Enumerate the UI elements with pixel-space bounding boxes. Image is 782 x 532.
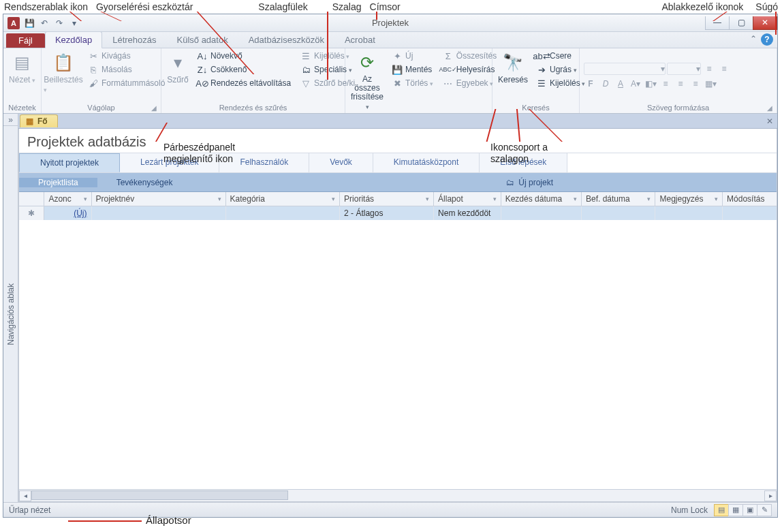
doc-tab-fo[interactable]: ▦ Fő [20,114,58,127]
numbered-icon[interactable]: ≡ [717,63,731,75]
tab-file[interactable]: Fájl [6,33,45,48]
chevron-down-icon[interactable]: ▾ [574,195,577,202]
cell-nev[interactable] [92,206,226,220]
doc-close-icon[interactable]: ✕ [766,116,773,126]
horizontal-scrollbar[interactable]: ◂ ▸ [19,489,777,501]
align-center-button[interactable]: ≡ [674,78,687,90]
cell-pri[interactable]: 2 - Átlagos [340,206,434,220]
layout-view-icon[interactable]: ▣ [742,504,757,516]
cell-mod[interactable] [723,206,777,220]
more-records-button[interactable]: ⋯Egyebek [440,77,499,89]
cell-kezd[interactable] [501,206,582,220]
underline-button[interactable]: A [614,78,627,90]
copy-button[interactable]: ⎘Másolás [85,63,168,76]
col-kategoria[interactable]: Kategória▾ [226,192,341,206]
view-button[interactable]: ▤ Nézet [7,50,37,87]
gridlines-button[interactable]: ▦▾ [704,78,717,90]
paste-button[interactable]: 📋 Beillesztés [46,50,81,96]
redo-icon[interactable]: ↷ [52,16,66,30]
save-record-button[interactable]: 💾Mentés [389,63,436,76]
scroll-thumb[interactable] [31,490,288,500]
row-selector-header[interactable] [19,192,44,206]
tab-create[interactable]: Létrehozás [102,31,166,48]
ribbon-minimize-icon[interactable]: ⌃ [750,34,757,44]
textfmt-dialog-launcher-icon[interactable]: ◢ [767,104,772,112]
col-projektnev[interactable]: Projektnév▾ [92,192,226,206]
system-menu-icon[interactable]: A [7,17,20,29]
tab-open-projects[interactable]: Nyitott projektek [19,153,120,172]
cell-bef[interactable] [582,206,655,220]
clipboard-dialog-launcher-icon[interactable]: ◢ [151,104,157,112]
spelling-button[interactable]: ABC✓Helyesírás [440,63,499,76]
cut-button[interactable]: ✂Kivágás [85,50,168,62]
tab-customers[interactable]: Vevők [309,153,373,172]
bold-button[interactable]: F [584,78,597,90]
find-button[interactable]: 🔭 Keresés [497,50,529,87]
refresh-all-button[interactable]: ⟳ Az összes frissítése [349,50,385,113]
undo-icon[interactable]: ↶ [37,16,51,30]
chevron-down-icon[interactable]: ▾ [218,195,221,202]
tab-dbtools[interactable]: Adatbáziseszközök [238,31,334,48]
chevron-down-icon[interactable]: ▾ [84,195,87,202]
cell-azon[interactable]: (Új) [44,206,91,220]
minimize-button[interactable]: — [705,16,730,30]
align-left-button[interactable]: ≡ [659,78,672,90]
tab-closed-projects[interactable]: Lezárt projektek [120,153,219,172]
tab-firststeps[interactable]: Első lépések [480,153,567,172]
table-row-new[interactable]: ✱ (Új) 2 - Átlagos Nem kezdődöt [19,206,777,220]
subtab-tasks[interactable]: Tevékenységek [97,178,192,187]
chevron-down-icon[interactable]: ▾ [647,195,651,202]
design-view-icon[interactable]: ✎ [757,504,772,516]
close-button[interactable]: ✕ [753,16,777,30]
tab-acrobat[interactable]: Acrobat [334,31,386,48]
form-view-icon[interactable]: ▤ [714,504,729,516]
new-id-link[interactable]: (Új) [74,208,87,218]
new-project-button[interactable]: 🗂 Új projekt [487,178,572,187]
fill-color-button[interactable]: ◧▾ [644,78,657,90]
font-size-dropdown[interactable]: ▾ [667,63,701,75]
col-azon[interactable]: Azonc▾ [44,192,91,206]
col-kezdes[interactable]: Kezdés dátuma▾ [501,192,582,206]
save-icon[interactable]: 💾 [22,16,36,30]
new-record-button[interactable]: ✦Új [389,50,436,62]
navigation-pane[interactable]: » Navigációs ablak [3,114,18,502]
filter-button[interactable]: ▾ Szűrő [166,50,190,87]
cell-all[interactable]: Nem kezdődöt [434,206,501,220]
sort-asc-button[interactable]: A↓Növekvő [194,50,294,62]
col-allapot[interactable]: Állapot▾ [434,192,501,206]
row-selector[interactable]: ✱ [19,206,44,220]
bullets-icon[interactable]: ≡ [702,63,716,75]
qat-customize-icon[interactable]: ▾ [67,16,81,30]
datasheet-view-icon[interactable]: ▦ [728,504,743,516]
scroll-track[interactable] [31,490,764,501]
col-modositas[interactable]: Módosítás [723,192,777,206]
nav-expand-icon[interactable]: » [3,114,18,126]
scroll-right-icon[interactable]: ▸ [764,490,777,501]
tab-users[interactable]: Felhasználók [219,153,309,172]
cell-kat[interactable] [226,206,341,220]
italic-button[interactable]: D [599,78,612,90]
chevron-down-icon[interactable]: ▾ [426,195,429,202]
col-megjegyzes[interactable]: Megjegyzés▾ [655,192,723,206]
delete-record-button[interactable]: ✖Törlés [389,77,436,89]
chevron-down-icon[interactable]: ▾ [332,195,335,202]
font-name-dropdown[interactable]: ▾ [584,63,666,75]
tab-external[interactable]: Külső adatok [167,31,238,48]
align-right-button[interactable]: ≡ [689,78,702,90]
remove-sort-button[interactable]: A⊘Rendezés eltávolítása [194,77,294,89]
chevron-down-icon[interactable]: ▾ [493,195,497,202]
subtab-projectlist[interactable]: Projektlista [19,178,97,187]
tab-home[interactable]: Kezdőlap [45,31,102,48]
help-button[interactable]: ? [761,33,773,46]
chevron-down-icon[interactable]: ▾ [715,195,718,202]
sort-desc-button[interactable]: Z↓Csökkenő [194,63,294,76]
col-prioritas[interactable]: Prioritás▾ [340,192,434,206]
col-bef[interactable]: Bef. dátuma▾ [582,192,655,206]
scroll-left-icon[interactable]: ◂ [19,490,31,501]
totals-button[interactable]: ΣÖsszesítés [440,50,499,62]
font-color-button[interactable]: A▾ [629,78,642,90]
format-painter-button[interactable]: 🖌Formátummásoló [85,77,168,89]
tab-pivot[interactable]: Kimutatásközpont [373,153,480,172]
maximize-button[interactable]: ▢ [729,16,753,30]
cell-megj[interactable] [655,206,723,220]
